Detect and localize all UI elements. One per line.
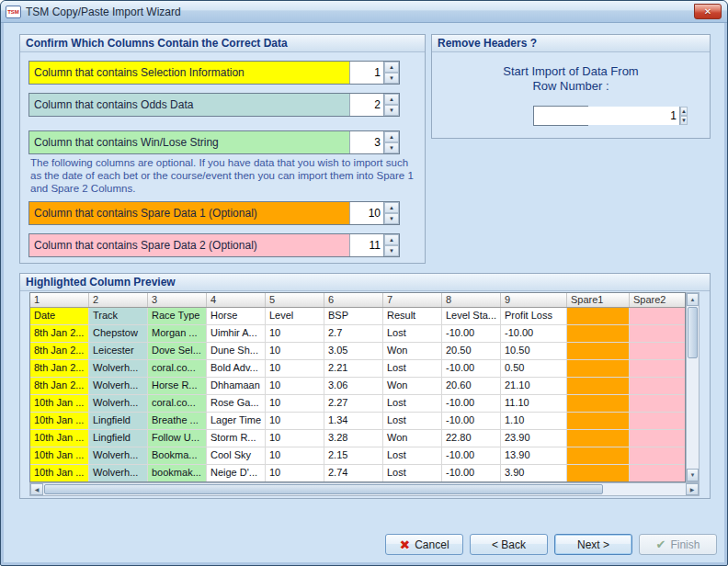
- horizontal-scrollbar[interactable]: ◀ ▶: [29, 482, 700, 496]
- spin-up-icon: ▲: [681, 108, 687, 114]
- scroll-right-button[interactable]: ▶: [686, 483, 699, 495]
- start-row-input[interactable]: [534, 107, 679, 125]
- preview-groupbox-title: Highlighted Column Preview: [20, 274, 710, 291]
- spin-up-button[interactable]: ▲: [384, 202, 399, 213]
- winlose-column-spinner: ▲ ▼: [383, 131, 399, 153]
- spin-down-icon: ▼: [681, 118, 687, 123]
- cancel-button[interactable]: ✖ Cancel: [385, 534, 463, 555]
- table-row[interactable]: 10th Jan ...LingfieldBreathe ...Lager Ti…: [30, 413, 685, 430]
- spin-up-icon: ▲: [389, 205, 394, 210]
- table-cell: Won: [383, 430, 442, 447]
- table-row[interactable]: 10th Jan ...LingfieldFollow U...Storm R.…: [30, 430, 685, 447]
- scroll-up-button[interactable]: ▲: [687, 293, 699, 306]
- spin-up-button[interactable]: ▲: [384, 62, 399, 73]
- table-cell: Wolverh...: [89, 395, 148, 413]
- selection-column-input[interactable]: [350, 62, 383, 84]
- table-cell: [567, 343, 630, 360]
- table-cell: Lost: [383, 465, 442, 482]
- preview-column-header[interactable]: 6: [324, 293, 383, 307]
- preview-column-header[interactable]: 5: [266, 293, 324, 307]
- scroll-left-icon: ◀: [35, 486, 40, 492]
- vertical-scrollbar[interactable]: ▲ ▼: [686, 292, 700, 482]
- table-cell: Bold Adv...: [207, 360, 266, 378]
- wizard-window: TSM TSM Copy/Paste Import Wizard ✕ Confi…: [0, 0, 728, 566]
- table-cell: [567, 360, 630, 378]
- spin-down-button[interactable]: ▼: [384, 105, 399, 116]
- table-cell: Lost: [383, 413, 442, 430]
- table-cell: -10.00: [442, 395, 501, 413]
- table-row[interactable]: DateTrackRace TypeHorseLevelBSPResultLev…: [30, 308, 685, 325]
- table-cell: Morgan ...: [148, 325, 207, 343]
- spin-down-button[interactable]: ▼: [384, 142, 399, 153]
- preview-column-header[interactable]: 4: [207, 293, 266, 307]
- finish-button[interactable]: ✔ Finish: [639, 534, 717, 555]
- table-cell: Result: [383, 308, 442, 325]
- back-label: < Back: [492, 538, 526, 551]
- horizontal-scroll-thumb[interactable]: [44, 484, 603, 494]
- scroll-down-button[interactable]: ▼: [687, 469, 699, 481]
- table-cell: Won: [383, 378, 442, 395]
- table-row[interactable]: 8th Jan 2...ChepstowMorgan ...Uimhir A..…: [30, 325, 685, 343]
- preview-column-header[interactable]: 1: [30, 293, 89, 307]
- table-cell: 21.10: [501, 378, 567, 395]
- table-cell: 10: [266, 465, 324, 482]
- odds-column-input[interactable]: [350, 94, 383, 116]
- table-cell: 10: [266, 413, 324, 430]
- preview-column-header[interactable]: Spare1: [567, 293, 630, 307]
- spin-up-icon: ▲: [389, 64, 394, 70]
- preview-column-header[interactable]: 9: [501, 293, 567, 307]
- scroll-down-icon: ▼: [690, 472, 696, 478]
- table-cell: Cool Sky: [207, 447, 266, 465]
- titlebar[interactable]: TSM TSM Copy/Paste Import Wizard ✕: [1, 1, 727, 23]
- spin-up-button[interactable]: ▲: [384, 234, 399, 245]
- table-row[interactable]: 8th Jan 2...Wolverh...Horse R...Dhhamaan…: [30, 378, 685, 395]
- table-cell: 8th Jan 2...: [30, 360, 89, 378]
- scroll-left-button[interactable]: ◀: [30, 483, 43, 495]
- spin-up-button[interactable]: ▲: [680, 107, 688, 116]
- spare2-column-input[interactable]: [350, 234, 383, 256]
- spare1-column-input[interactable]: [350, 202, 383, 224]
- spin-down-button[interactable]: ▼: [384, 73, 399, 84]
- confirm-groupbox-title: Confirm Which Columns Contain the Correc…: [20, 35, 425, 52]
- table-cell: Wolverh...: [89, 378, 148, 395]
- table-cell: 1.34: [324, 413, 383, 430]
- table-cell: 2.27: [324, 395, 383, 413]
- vertical-scroll-thumb[interactable]: [688, 307, 698, 358]
- table-cell: Wolverh...: [89, 465, 148, 482]
- table-row[interactable]: 10th Jan ...Wolverh...bookmak...Neige D'…: [30, 465, 685, 482]
- next-button[interactable]: Next >: [554, 534, 632, 555]
- table-cell: coral.co...: [148, 360, 207, 378]
- table-cell: Rose Ga...: [207, 395, 266, 413]
- selection-column-row: Column that contains Selection Informati…: [28, 61, 400, 85]
- horizontal-scroll-track[interactable]: [43, 483, 686, 495]
- table-cell: 10th Jan ...: [30, 413, 89, 430]
- table-cell: -10.00: [442, 360, 501, 378]
- spin-down-button[interactable]: ▼: [680, 116, 688, 125]
- table-cell: [630, 413, 686, 430]
- table-cell: 20.60: [442, 378, 501, 395]
- table-cell: [567, 413, 630, 430]
- table-row[interactable]: 8th Jan 2...LeicesterDove Sel...Dune Sh.…: [30, 343, 685, 360]
- vertical-scroll-track[interactable]: [687, 306, 699, 469]
- spin-up-button[interactable]: ▲: [384, 131, 399, 142]
- spin-down-button[interactable]: ▼: [384, 213, 399, 224]
- close-button[interactable]: ✕: [694, 4, 722, 19]
- spin-down-icon: ▼: [389, 248, 394, 254]
- table-cell: 11.10: [501, 395, 567, 413]
- table-cell: Lingfield: [89, 413, 148, 430]
- table-cell: [567, 308, 630, 325]
- preview-column-header[interactable]: 8: [442, 293, 501, 307]
- preview-column-header[interactable]: 3: [148, 293, 207, 307]
- table-row[interactable]: 8th Jan 2...Wolverh...coral.co...Bold Ad…: [30, 360, 685, 378]
- table-cell: 10: [266, 325, 324, 343]
- spin-up-button[interactable]: ▲: [384, 94, 399, 105]
- spin-down-button[interactable]: ▼: [384, 245, 399, 256]
- winlose-column-input[interactable]: [350, 131, 383, 153]
- table-row[interactable]: 10th Jan ...Wolverh...coral.co...Rose Ga…: [30, 395, 685, 413]
- preview-column-header[interactable]: 2: [89, 293, 148, 307]
- table-row[interactable]: 10th Jan ...Wolverh...Bookma...Cool Sky1…: [30, 447, 685, 465]
- preview-column-header[interactable]: Spare2: [630, 293, 686, 307]
- spin-down-icon: ▼: [389, 145, 394, 151]
- preview-column-header[interactable]: 7: [383, 293, 442, 307]
- back-button[interactable]: < Back: [470, 534, 548, 555]
